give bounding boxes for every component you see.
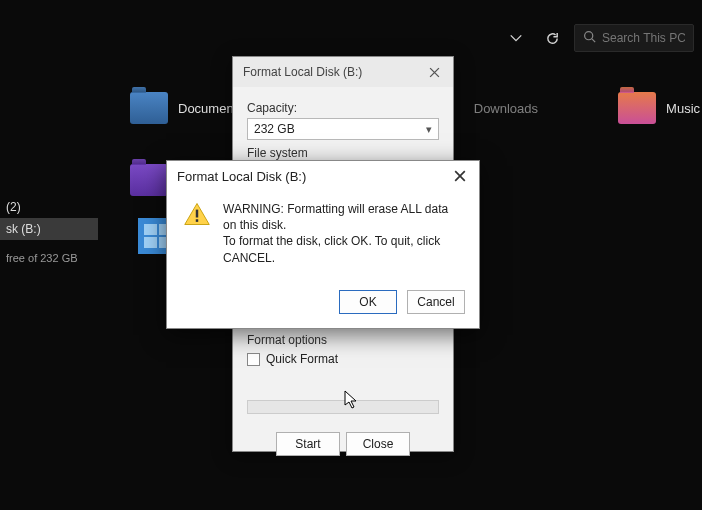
start-button[interactable]: Start xyxy=(276,432,340,456)
confirm-dialog-titlebar: Format Local Disk (B:) xyxy=(167,161,479,191)
folder-downloads[interactable]: Downloads xyxy=(474,92,538,124)
format-dialog-titlebar: Format Local Disk (B:) xyxy=(233,57,453,87)
quick-format-label: Quick Format xyxy=(266,352,338,366)
format-dialog-title: Format Local Disk (B:) xyxy=(243,65,362,79)
capacity-label: Capacity: xyxy=(247,101,439,115)
search-icon xyxy=(583,30,596,46)
close-button[interactable]: Close xyxy=(346,432,410,456)
search-input[interactable] xyxy=(574,24,694,52)
cancel-button[interactable]: Cancel xyxy=(407,290,465,314)
capacity-select[interactable]: 232 GB ▾ xyxy=(247,118,439,140)
chevron-down-icon[interactable] xyxy=(502,24,530,52)
ok-button[interactable]: OK xyxy=(339,290,397,314)
warning-icon xyxy=(183,201,211,227)
svg-rect-3 xyxy=(196,219,198,222)
folder-icon xyxy=(130,164,168,196)
svg-rect-2 xyxy=(196,210,198,218)
folder-icon xyxy=(130,92,168,124)
confirm-dialog: Format Local Disk (B:) WARNING: Formatti… xyxy=(166,160,480,329)
format-options-label: Format options xyxy=(247,333,439,347)
warning-line-2: To format the disk, click OK. To quit, c… xyxy=(223,233,463,265)
svg-point-0 xyxy=(585,32,593,40)
close-icon[interactable] xyxy=(451,167,469,185)
capacity-value: 232 GB xyxy=(254,122,295,136)
warning-text: WARNING: Formatting will erase ALL data … xyxy=(223,201,463,266)
confirm-dialog-title: Format Local Disk (B:) xyxy=(177,169,306,184)
folder-label: Downloads xyxy=(474,101,538,116)
sidebar: (2) sk (B:) free of 232 GB xyxy=(0,196,98,264)
sidebar-count: (2) xyxy=(0,196,98,218)
folder-label: Music xyxy=(666,101,700,116)
quick-format-checkbox[interactable] xyxy=(247,353,260,366)
refresh-icon[interactable] xyxy=(538,24,566,52)
close-icon[interactable] xyxy=(425,63,443,81)
folder-documents[interactable]: Documents xyxy=(130,92,244,124)
warning-line-1: WARNING: Formatting will erase ALL data … xyxy=(223,201,463,233)
format-progress-bar xyxy=(247,400,439,414)
folder-music[interactable]: Music xyxy=(618,92,700,124)
sidebar-item-drive-b[interactable]: sk (B:) xyxy=(0,218,98,240)
svg-line-1 xyxy=(592,39,595,42)
folder-icon xyxy=(618,92,656,124)
filesystem-label: File system xyxy=(247,146,439,160)
search-field[interactable] xyxy=(602,31,685,45)
chevron-down-icon: ▾ xyxy=(426,123,432,136)
sidebar-free-space: free of 232 GB xyxy=(0,252,98,264)
